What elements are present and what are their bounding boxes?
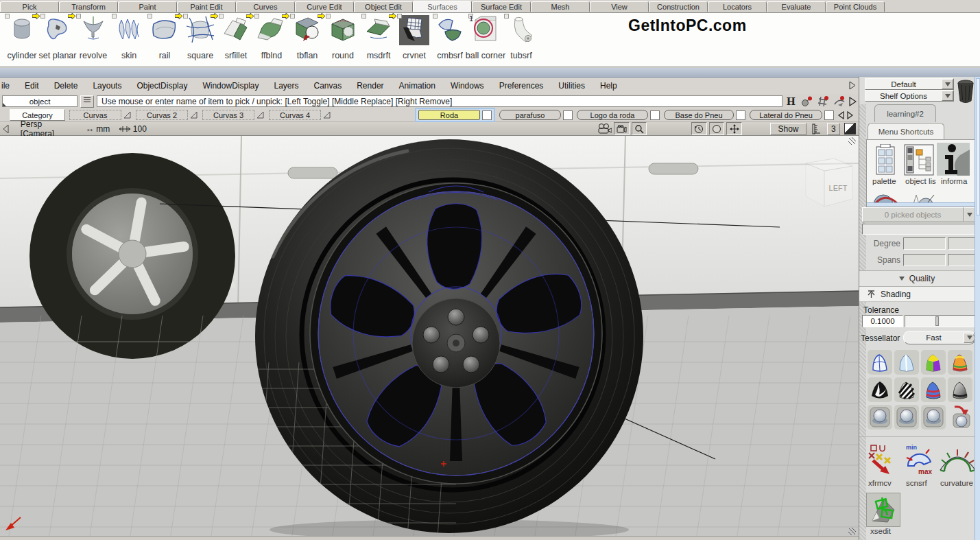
select-circle-icon[interactable]	[709, 122, 725, 135]
layer-logo-da-roda[interactable]: Logo da roda	[577, 110, 660, 120]
tab-curves[interactable]: Curves	[236, 1, 295, 12]
history-toggle-icon[interactable]: H	[785, 96, 797, 107]
tab-evaluate[interactable]: Evaluate	[767, 1, 826, 12]
menu-render[interactable]: Render	[349, 81, 391, 91]
tool-ffblnd[interactable]: ffblnd	[254, 15, 289, 67]
layer-scroll-left-icon[interactable]	[838, 111, 844, 119]
camera-view-icon[interactable]	[614, 122, 630, 135]
curvature-icon[interactable]	[939, 443, 976, 476]
tab-paint-edit[interactable]: Paint Edit	[177, 1, 236, 12]
tolerance-slider[interactable]	[905, 315, 975, 327]
picked-name-field[interactable]	[862, 224, 975, 235]
tool-square[interactable]: square	[182, 15, 218, 67]
shelf-select-dropdown[interactable]: Default	[865, 78, 954, 90]
layer-lateral-do-pneu[interactable]: Lateral do Pneu	[750, 110, 834, 120]
prompt-input[interactable]: Use mouse or enter name of item to pick …	[97, 95, 782, 107]
tool-tubsrf[interactable]: tubsrf	[503, 15, 539, 67]
tab-surface-edit[interactable]: Surface Edit	[472, 1, 531, 12]
layer-checkbox[interactable]	[736, 110, 745, 120]
tool-round[interactable]: round	[325, 15, 361, 67]
menu-windows[interactable]: Windows	[443, 81, 492, 91]
viewport-corner-icon[interactable]	[3, 124, 10, 134]
zoom-icon[interactable]	[632, 122, 647, 135]
layer-curvas[interactable]: Curvas	[69, 110, 132, 120]
layer-checkbox[interactable]	[482, 110, 492, 120]
spans-field-1[interactable]	[903, 254, 946, 266]
menu-windowdisplay[interactable]: WindowDisplay	[195, 81, 266, 91]
menu-delete[interactable]: Delete	[47, 81, 86, 91]
layer-curvas-4[interactable]: Curvas 4	[269, 110, 331, 120]
picked-objects-status[interactable]: 0 picked objects	[862, 207, 964, 222]
xfrmcv-icon[interactable]	[866, 443, 898, 476]
render-sphere-icon[interactable]	[948, 405, 972, 430]
shade-multicolor-icon[interactable]	[921, 350, 946, 375]
tool-srfillet[interactable]: srfillet	[218, 15, 254, 67]
menu-layouts[interactable]: Layouts	[85, 81, 129, 91]
menu-edit[interactable]: Edit	[17, 81, 47, 91]
movie-camera-icon[interactable]	[596, 123, 612, 134]
slider-handle[interactable]	[935, 316, 939, 326]
layer-curvas-2[interactable]: Curvas 2	[136, 110, 198, 120]
quality-section-header[interactable]: Quality	[859, 270, 975, 287]
palette-icon[interactable]	[871, 144, 901, 176]
tolerance-value-field[interactable]: 0.1000	[862, 315, 903, 327]
tab-object-edit[interactable]: Object Edit	[354, 1, 413, 12]
ruler-icon[interactable]	[811, 124, 823, 134]
spans-field-2[interactable]	[948, 254, 975, 266]
pan-move-icon[interactable]	[726, 122, 742, 135]
tool-ball-corner[interactable]: 1 ball corner	[468, 15, 503, 67]
tool-crvnet[interactable]: crvnet	[396, 15, 432, 67]
tab-curve-edit[interactable]: Curve Edit	[295, 1, 354, 12]
menu-utilities[interactable]: Utilities	[551, 81, 593, 91]
layer-scroll-right-icon[interactable]	[847, 111, 853, 119]
shade-zebra-icon[interactable]	[894, 377, 919, 402]
viewport-canvas[interactable]: LEFT	[0, 136, 859, 540]
layer-checkbox[interactable]	[650, 110, 660, 120]
object-list-icon[interactable]	[904, 144, 934, 176]
tab-construction[interactable]: Construction	[649, 1, 708, 12]
menu-layers[interactable]: Layers	[266, 81, 306, 91]
tool-rail[interactable]: rail	[147, 15, 182, 67]
tool-msdrft[interactable]: msdrft	[361, 15, 396, 67]
prompt-expand-arrow-icon[interactable]	[849, 97, 857, 106]
show-button[interactable]: Show	[770, 123, 806, 135]
scnsrf-icon[interactable]: minmax	[903, 443, 935, 476]
pane-count-button[interactable]: 3	[827, 123, 841, 135]
tessellator-dropdown[interactable]: Fast	[903, 331, 976, 344]
snap-curve-icon[interactable]	[833, 95, 846, 107]
layer-checkbox[interactable]	[563, 110, 573, 120]
shade-blackwhite-icon[interactable]	[868, 377, 892, 402]
layer-curvas-3[interactable]: Curvas 3	[202, 110, 265, 120]
layer-draw-mode-icon[interactable]	[123, 110, 132, 119]
tab-paint[interactable]: Paint	[118, 1, 177, 12]
shade-flat-icon[interactable]	[894, 350, 919, 375]
prompt-history-icon[interactable]	[80, 95, 94, 108]
diagnostic-sphere-1-icon[interactable]	[868, 405, 892, 430]
tab-transform[interactable]: Transform	[59, 1, 118, 12]
layer-draw-mode-icon[interactable]	[256, 110, 265, 119]
information-icon[interactable]	[937, 143, 970, 176]
menu-scroll-arrow-icon[interactable]	[849, 81, 856, 90]
shade-metal-icon[interactable]	[948, 377, 972, 402]
tool-tbflan[interactable]: tbflan	[289, 15, 325, 67]
layer-checkbox[interactable]	[824, 110, 834, 120]
degree-field-2[interactable]	[948, 237, 975, 250]
snap-grid-icon[interactable]	[816, 95, 830, 107]
layer-base-do-pneu[interactable]: Base do Pneu	[664, 110, 745, 120]
degree-field-1[interactable]	[903, 237, 946, 250]
tool-revolve[interactable]: revolve	[75, 15, 111, 67]
menu-preferences[interactable]: Preferences	[492, 81, 551, 91]
scene-3d[interactable]: LEFT	[0, 136, 859, 540]
shading-section-header[interactable]: Shading	[859, 287, 975, 302]
tool-skin[interactable]: skin	[111, 15, 147, 67]
xsedit-icon[interactable]	[866, 493, 900, 527]
menu-objectdisplay[interactable]: ObjectDisplay	[129, 81, 195, 91]
shade-bluestripe-icon[interactable]	[921, 377, 946, 402]
tab-mesh[interactable]: Mesh	[531, 1, 590, 12]
palette-hscrollbar[interactable]	[867, 202, 975, 207]
tool-cylinder[interactable]: cylinder	[4, 15, 40, 67]
tab-locators[interactable]: Locators	[708, 1, 767, 12]
tool-set-planar[interactable]: set planar	[40, 15, 75, 67]
layer-draw-mode-icon[interactable]	[189, 110, 198, 119]
menu-animation[interactable]: Animation	[392, 81, 443, 91]
